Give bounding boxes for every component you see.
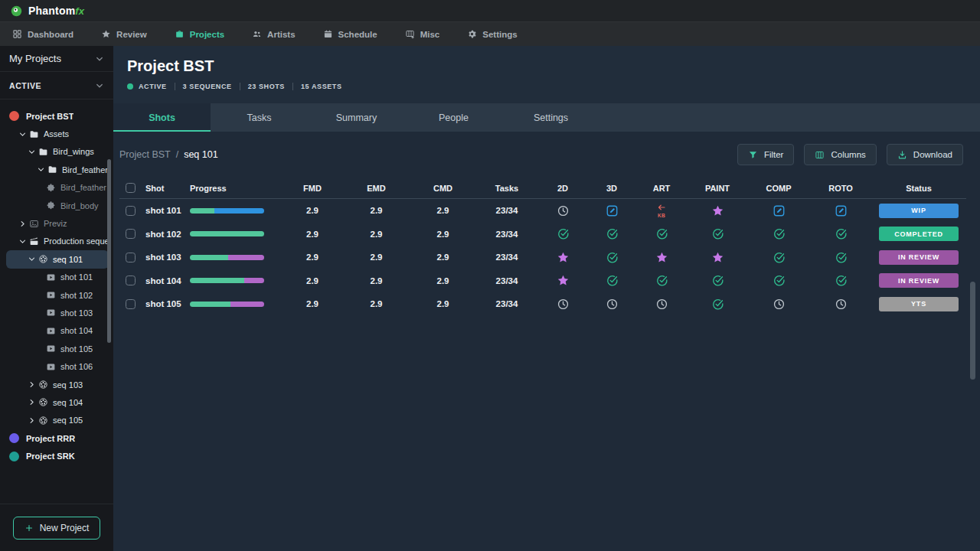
chevron-down-icon[interactable]	[28, 255, 36, 263]
nav-item-settings[interactable]: Settings	[467, 29, 517, 39]
shot-name[interactable]: shot 103	[145, 253, 190, 262]
dept-comp-status[interactable]	[747, 274, 810, 287]
dept-3d-status[interactable]	[588, 204, 635, 217]
new-project-button[interactable]: New Project	[13, 517, 101, 540]
dept-art-status[interactable]	[635, 251, 688, 264]
tree-item-bird-feather[interactable]: Bird_feather	[6, 179, 109, 197]
tree-item-shot-106[interactable]: shot 106	[6, 357, 109, 375]
tab-settings[interactable]: Settings	[502, 103, 599, 132]
table-scrollbar[interactable]	[970, 282, 975, 380]
tree-item-shot-104[interactable]: shot 104	[6, 322, 109, 340]
dept-paint-status[interactable]	[688, 204, 747, 217]
status-badge[interactable]: WIP	[879, 204, 959, 218]
select-all-checkbox[interactable]	[126, 183, 136, 193]
dept-3d-status[interactable]	[588, 274, 635, 287]
tree-item-seq-104[interactable]: seq 104	[6, 393, 109, 411]
tab-shots[interactable]: Shots	[113, 103, 211, 132]
dept-2d-status[interactable]	[537, 298, 588, 311]
tree-item-previz[interactable]: Previz	[6, 214, 109, 232]
tab-summary[interactable]: Summary	[308, 103, 405, 132]
nav-item-label: Dashboard	[28, 30, 74, 39]
nav-item-artists[interactable]: Artists	[252, 29, 295, 39]
row-checkbox[interactable]	[126, 229, 136, 239]
dept-art-status[interactable]	[635, 298, 688, 311]
dept-roto-status[interactable]	[810, 251, 871, 264]
chevron-right-icon[interactable]	[28, 380, 36, 389]
shot-name[interactable]: shot 102	[145, 230, 190, 239]
tree-item-production-sequences[interactable]: Production sequences	[6, 233, 109, 250]
dept-2d-status[interactable]	[537, 204, 588, 217]
row-checkbox[interactable]	[126, 253, 136, 262]
filter-button[interactable]: Filter	[737, 144, 795, 165]
breadcrumb-parent[interactable]: Project BST	[119, 149, 171, 160]
chevron-down-icon[interactable]	[18, 237, 27, 246]
dept-2d-status[interactable]	[537, 251, 588, 264]
dept-art-status[interactable]	[635, 274, 688, 287]
status-badge[interactable]: COMPLETED	[879, 227, 959, 241]
tree-item-seq-105[interactable]: seq 105	[6, 412, 109, 429]
dept-3d-status[interactable]	[588, 298, 635, 311]
tree-item-project-rrr[interactable]: Project RRR	[6, 429, 109, 447]
dept-3d-status[interactable]	[588, 227, 635, 240]
tab-tasks[interactable]: Tasks	[211, 103, 308, 132]
dept-paint-status[interactable]	[688, 274, 747, 287]
chevron-down-icon[interactable]	[18, 130, 27, 139]
tree-item-shot-102[interactable]: shot 102	[6, 286, 109, 304]
dept-paint-status[interactable]	[688, 251, 747, 264]
tree-item-seq-101[interactable]: seq 101	[6, 250, 109, 268]
my-projects-dropdown[interactable]: My Projects	[0, 46, 113, 72]
dept-roto-status[interactable]	[810, 227, 871, 240]
tree-item-label: Production sequences	[44, 236, 109, 246]
row-checkbox[interactable]	[126, 206, 136, 216]
dept-paint-status[interactable]	[688, 227, 747, 240]
nav-item-dashboard[interactable]: Dashboard	[12, 29, 74, 39]
tab-people[interactable]: People	[405, 103, 502, 132]
nav-item-projects[interactable]: Projects	[175, 29, 224, 39]
nav-item-review[interactable]: Review	[101, 29, 147, 39]
tree-item-assets[interactable]: Assets	[6, 125, 109, 142]
tree-item-bird-wings[interactable]: Bird_wings	[6, 143, 109, 161]
dept-comp-status[interactable]	[747, 204, 810, 217]
dept-2d-status[interactable]	[537, 227, 588, 240]
dept-comp-status[interactable]	[747, 298, 810, 311]
tree-item-project-bst[interactable]: Project BST	[6, 107, 109, 125]
dept-comp-status[interactable]	[747, 227, 810, 240]
tree-item-shot-105[interactable]: shot 105	[6, 340, 109, 357]
dept-paint-status[interactable]	[688, 298, 747, 311]
chevron-right-icon[interactable]	[18, 220, 27, 228]
shot-name[interactable]: shot 104	[145, 276, 190, 285]
chevron-down-icon[interactable]	[28, 148, 36, 156]
dept-roto-status[interactable]	[810, 274, 871, 287]
progress-segment	[214, 208, 264, 214]
row-checkbox[interactable]	[126, 299, 136, 309]
dept-2d-status[interactable]	[537, 274, 588, 287]
dept-art-status[interactable]	[635, 227, 688, 240]
dept-comp-status[interactable]	[747, 251, 810, 264]
nav-item-misc[interactable]: Misc	[405, 29, 440, 39]
dept-roto-status[interactable]	[810, 298, 871, 311]
tree-item-project-srk[interactable]: Project SRK	[6, 447, 109, 465]
download-button[interactable]: Download	[887, 144, 963, 165]
tree-item-shot-101[interactable]: shot 101	[6, 269, 109, 286]
dept-3d-status[interactable]	[588, 251, 635, 264]
dept-roto-status[interactable]	[810, 204, 871, 217]
tree-item-seq-103[interactable]: seq 103	[6, 376, 109, 393]
status-badge[interactable]: YTS	[879, 297, 959, 311]
nav-item-schedule[interactable]: Schedule	[323, 29, 377, 39]
row-checkbox[interactable]	[126, 276, 136, 285]
sidebar-scrollbar[interactable]	[107, 159, 111, 343]
columns-button[interactable]: Columns	[804, 144, 876, 165]
status-badge[interactable]: IN REVIEW	[879, 273, 959, 288]
chevron-down-icon[interactable]	[37, 165, 45, 174]
tree-item-shot-103[interactable]: shot 103	[6, 304, 109, 321]
chevron-right-icon[interactable]	[28, 398, 36, 406]
tree-item-bird-feather[interactable]: Bird_feather	[6, 161, 109, 178]
tree-item-bird-body[interactable]: Bird_body	[6, 197, 109, 214]
shot-name[interactable]: shot 105	[145, 299, 190, 308]
active-filter-label: ACTIVE	[9, 81, 41, 90]
active-filter-dropdown[interactable]: ACTIVE	[0, 72, 113, 99]
dept-art-status[interactable]: KB	[635, 203, 688, 218]
status-badge[interactable]: IN REVIEW	[879, 250, 959, 265]
chevron-right-icon[interactable]	[28, 416, 36, 425]
shot-name[interactable]: shot 101	[145, 206, 190, 215]
